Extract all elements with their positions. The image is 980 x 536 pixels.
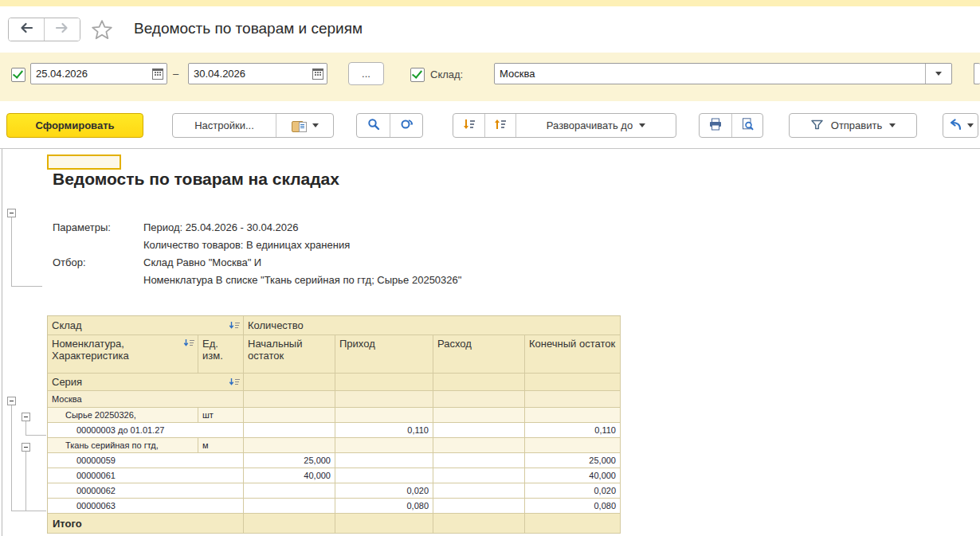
back-button[interactable]: [9, 18, 44, 41]
row-end-cell[interactable]: [525, 438, 621, 453]
send-button[interactable]: Отправить: [789, 113, 917, 138]
period-from-calendar-button[interactable]: [149, 64, 167, 84]
row-income-cell[interactable]: [335, 408, 433, 423]
row-begin-cell[interactable]: [244, 408, 335, 423]
row-income-cell[interactable]: [335, 438, 433, 453]
settings-button[interactable]: Настройки...: [173, 114, 276, 137]
header-empty-cell[interactable]: [244, 374, 335, 391]
group-collapse-item2-box[interactable]: [22, 443, 30, 452]
row-end-cell[interactable]: 25,000: [525, 453, 621, 468]
expand-all-button[interactable]: [484, 114, 515, 137]
total-label-cell[interactable]: Итого: [48, 514, 244, 534]
row-end-cell[interactable]: 40,000: [525, 468, 621, 483]
header-unit[interactable]: Ед.изм.: [198, 335, 244, 374]
header-begin-balance[interactable]: Начальный остаток: [244, 335, 335, 374]
selected-cell[interactable]: [47, 155, 121, 170]
header-nomenclature[interactable]: Номенклатура,Характеристика: [48, 335, 198, 374]
row-begin-cell[interactable]: 40,000: [244, 468, 335, 483]
header-empty-cell[interactable]: [433, 374, 525, 391]
header-end-balance-label: Конечный остаток: [529, 338, 615, 350]
report-variants-button[interactable]: [276, 114, 333, 137]
group-collapse-item1-box[interactable]: [22, 413, 30, 421]
header-empty-cell[interactable]: [335, 374, 433, 391]
row-series-name[interactable]: 00000003 до 01.01.27: [48, 423, 244, 438]
search-next-button[interactable]: [390, 114, 422, 137]
row-unit-cell[interactable]: шт: [198, 408, 244, 423]
sort-icon[interactable]: [229, 320, 241, 332]
row-begin-cell[interactable]: [244, 423, 335, 438]
row-group-name[interactable]: Ткань серийная по гтд,: [48, 438, 198, 453]
forward-button[interactable]: [44, 18, 80, 41]
row-begin-cell[interactable]: [244, 391, 335, 408]
header-warehouse[interactable]: Склад: [48, 316, 244, 335]
warehouse-input[interactable]: [495, 68, 925, 80]
header-nomenclature-label: Номенклатура,Характеристика: [52, 338, 129, 362]
row-income-cell[interactable]: 0,110: [335, 423, 433, 438]
row-income-cell[interactable]: [335, 391, 433, 408]
period-to-calendar-button[interactable]: [309, 64, 327, 84]
row-end-cell[interactable]: [525, 408, 621, 423]
header-series[interactable]: Серия: [48, 374, 244, 391]
favorite-star-icon[interactable]: [91, 19, 113, 45]
period-to-input[interactable]: [189, 68, 309, 80]
row-series-name[interactable]: 00000061: [48, 468, 244, 483]
search-button[interactable]: [357, 114, 390, 137]
table-total-row: Итого: [48, 514, 621, 534]
header-end-balance[interactable]: Конечный остаток: [525, 335, 621, 374]
row-group-name[interactable]: Москва: [48, 391, 244, 408]
row-income-cell[interactable]: [335, 468, 433, 483]
header-empty-cell[interactable]: [525, 374, 621, 391]
row-outcome-cell[interactable]: [433, 423, 525, 438]
row-end-cell[interactable]: [525, 391, 621, 408]
group-collapse-header-box[interactable]: [7, 209, 16, 217]
row-end-cell[interactable]: 0,080: [525, 499, 621, 514]
row-outcome-cell[interactable]: [433, 453, 525, 468]
row-end-cell[interactable]: 0,110: [525, 423, 621, 438]
tree-border-line: [2, 149, 2, 536]
row-income-cell[interactable]: 0,080: [335, 499, 433, 514]
row-unit-cell[interactable]: м: [198, 438, 244, 453]
group-collapse-warehouse-box[interactable]: [7, 397, 16, 405]
expand-to-button[interactable]: Разворачивать до: [515, 114, 676, 137]
row-group-name[interactable]: Сырье 20250326,: [48, 408, 198, 423]
row-end-cell[interactable]: 0,020: [525, 483, 621, 499]
row-outcome-cell[interactable]: [433, 483, 525, 499]
header-quantity[interactable]: Количество: [244, 316, 621, 335]
row-outcome-cell[interactable]: [433, 408, 525, 423]
collapse-all-button[interactable]: [453, 114, 484, 137]
header-outcome[interactable]: Расход: [433, 335, 525, 374]
warehouse-checkbox[interactable]: [410, 68, 425, 82]
row-outcome-cell[interactable]: [433, 391, 525, 408]
sort-icon[interactable]: [183, 338, 195, 350]
row-begin-cell[interactable]: [244, 438, 335, 453]
period-more-button[interactable]: ...: [348, 62, 384, 85]
row-series-name[interactable]: 00000059: [48, 453, 244, 468]
generate-button[interactable]: Сформировать: [6, 113, 143, 138]
return-button[interactable]: [943, 113, 978, 138]
print-button[interactable]: [700, 114, 731, 137]
period-dash: –: [173, 68, 178, 80]
chevron-down-icon: [889, 123, 896, 127]
row-outcome-cell[interactable]: [433, 499, 525, 514]
warehouse-dropdown-button[interactable]: [925, 64, 951, 84]
chevron-down-icon: [312, 123, 319, 127]
row-series-name[interactable]: 00000062: [48, 483, 244, 499]
total-begin-cell[interactable]: [244, 514, 335, 534]
total-outcome-cell[interactable]: [433, 514, 525, 534]
period-from-input[interactable]: [31, 68, 149, 80]
period-checkbox[interactable]: [11, 68, 25, 82]
row-outcome-cell[interactable]: [433, 438, 525, 453]
header-income[interactable]: Приход: [335, 335, 433, 374]
row-income-cell[interactable]: 0,020: [335, 483, 433, 499]
row-series-name[interactable]: 00000063: [48, 499, 244, 514]
row-begin-cell[interactable]: 25,000: [244, 453, 335, 468]
table-row: 00000062 0,020 0,020: [48, 483, 621, 499]
total-end-cell[interactable]: [525, 514, 621, 534]
total-income-cell[interactable]: [335, 514, 433, 534]
row-begin-cell[interactable]: [244, 499, 335, 514]
row-begin-cell[interactable]: [244, 483, 335, 499]
row-outcome-cell[interactable]: [433, 468, 525, 483]
row-income-cell[interactable]: [335, 453, 433, 468]
print-preview-button[interactable]: [731, 114, 762, 137]
sort-icon[interactable]: [229, 377, 241, 389]
